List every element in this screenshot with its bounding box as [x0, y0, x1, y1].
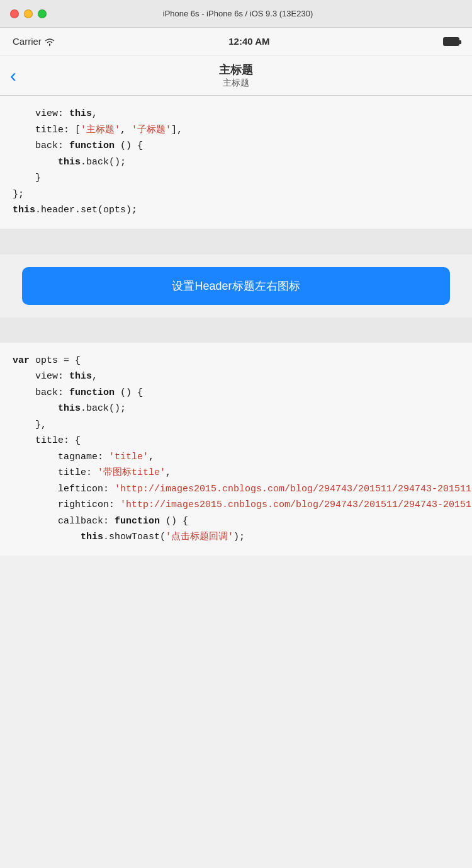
wifi-icon	[44, 37, 55, 46]
code-token-plain: back:	[13, 387, 69, 398]
battery-icon	[443, 37, 459, 46]
code-line: }	[13, 170, 459, 186]
code-token-kw: this	[58, 157, 81, 168]
code-token-kw: this	[69, 371, 92, 382]
code-token-plain: ,	[166, 467, 171, 478]
code-token-plain	[13, 532, 81, 542]
code-line: },	[13, 417, 459, 433]
code-token-plain: ],	[171, 125, 183, 135]
code-token-plain: .showToast(	[103, 532, 166, 542]
code-line: lefticon: 'http://images2015.cnblogs.com…	[13, 481, 459, 498]
divider-bottom	[0, 317, 472, 343]
code-line: this.header.set(opts);	[13, 202, 459, 219]
code-token-plain: }	[13, 173, 41, 183]
code-token-plain: ,	[149, 452, 154, 462]
code-token-plain: );	[233, 532, 245, 542]
button-section: 设置Header标题左右图标	[0, 254, 472, 317]
code-token-str: 'http://images2015.cnblogs.com/blog/2947…	[120, 500, 472, 510]
carrier-info: Carrier	[13, 36, 55, 47]
code-token-str: '子标题'	[132, 125, 171, 135]
code-line: this.back();	[13, 401, 459, 417]
code-line: this.back();	[13, 154, 459, 171]
code-token-str: '点击标题回调'	[166, 532, 233, 542]
code-token-kw: this	[58, 403, 81, 414]
status-bar: Carrier 12:40 AM	[0, 28, 472, 55]
code-token-plain	[13, 157, 58, 168]
maximize-button[interactable]	[38, 9, 47, 18]
code-token-kw: function	[115, 516, 160, 527]
code-line: };	[13, 186, 459, 203]
code-token-plain: lefticon:	[13, 484, 115, 494]
code-token-plain: title: [	[13, 125, 81, 135]
code-token-str: 'http://images2015.cnblogs.com/blog/2947…	[115, 484, 472, 494]
code-token-str: '带图标title'	[98, 467, 166, 478]
code-token-kw: var	[13, 355, 30, 366]
code-line: var opts = {	[13, 353, 459, 369]
code-line: title: '带图标title',	[13, 465, 459, 481]
code-token-plain: ,	[92, 108, 98, 119]
close-button[interactable]	[10, 9, 19, 18]
window-title: iPhone 6s - iPhone 6s / iOS 9.3 (13E230)	[47, 9, 429, 18]
code-token-plain: view:	[13, 108, 69, 119]
nav-title-block: 主标题 主标题	[219, 62, 253, 89]
code-line: title: {	[13, 433, 459, 449]
code-line: view: this,	[13, 368, 459, 385]
code-token-plain: () {	[160, 516, 188, 527]
nav-sub-title: 主标题	[219, 77, 253, 89]
code-token-plain: .back();	[81, 157, 126, 168]
code-token-plain: () {	[115, 140, 143, 151]
code-token-kw: this	[81, 532, 103, 542]
window-controls[interactable]	[10, 9, 47, 18]
code-token-plain: ,	[120, 125, 132, 135]
battery-indicator	[443, 37, 459, 46]
code-token-plain: .back();	[81, 403, 126, 414]
code-token-plain: righticon:	[13, 500, 120, 510]
code-line: back: function () {	[13, 138, 459, 154]
title-bar: iPhone 6s - iPhone 6s / iOS 9.3 (13E230)	[0, 0, 472, 28]
code-token-plain: };	[13, 189, 24, 200]
code-line: view: this,	[13, 106, 459, 122]
code-line: title: ['主标题', '子标题'],	[13, 122, 459, 139]
code-token-kw: this	[69, 108, 92, 119]
code-token-plain: back:	[13, 140, 69, 151]
back-button[interactable]: ‹	[10, 66, 16, 85]
code-token-plain: tagname:	[13, 452, 109, 462]
code-token-plain: () {	[115, 387, 143, 398]
code-line: back: function () {	[13, 385, 459, 401]
code-line: callback: function () {	[13, 513, 459, 530]
set-header-button[interactable]: 设置Header标题左右图标	[22, 267, 450, 305]
code-line: this.showToast('点击标题回调');	[13, 529, 459, 545]
code-block-2: var opts = { view: this, back: function …	[0, 343, 472, 556]
code-block-1: view: this, title: ['主标题', '子标题'], back:…	[0, 96, 472, 229]
code-token-plain: title: {	[13, 435, 81, 446]
code-token-str: '主标题'	[81, 125, 120, 135]
code-token-plain: opts = {	[30, 355, 81, 366]
navigation-bar: ‹ 主标题 主标题	[0, 55, 472, 96]
code-token-kw: function	[69, 387, 115, 398]
code-token-str: 'title'	[109, 452, 149, 462]
code-token-plain: ,	[92, 371, 98, 382]
code-token-plain: .header.set(opts);	[35, 205, 137, 215]
code-token-kw: this	[13, 205, 35, 215]
code-token-plain: title:	[13, 467, 98, 478]
code-line: tagname: 'title',	[13, 449, 459, 465]
minimize-button[interactable]	[24, 9, 33, 18]
divider-top	[0, 229, 472, 254]
code-token-plain: callback:	[13, 516, 115, 527]
code-token-plain	[13, 403, 58, 414]
carrier-label: Carrier	[13, 36, 42, 47]
nav-main-title: 主标题	[219, 62, 253, 77]
code-line: righticon: 'http://images2015.cnblogs.co…	[13, 497, 459, 513]
code-token-kw: function	[69, 140, 115, 151]
code-token-plain: },	[13, 420, 47, 430]
status-time: 12:40 AM	[228, 36, 269, 47]
code-token-plain: view:	[13, 371, 69, 382]
